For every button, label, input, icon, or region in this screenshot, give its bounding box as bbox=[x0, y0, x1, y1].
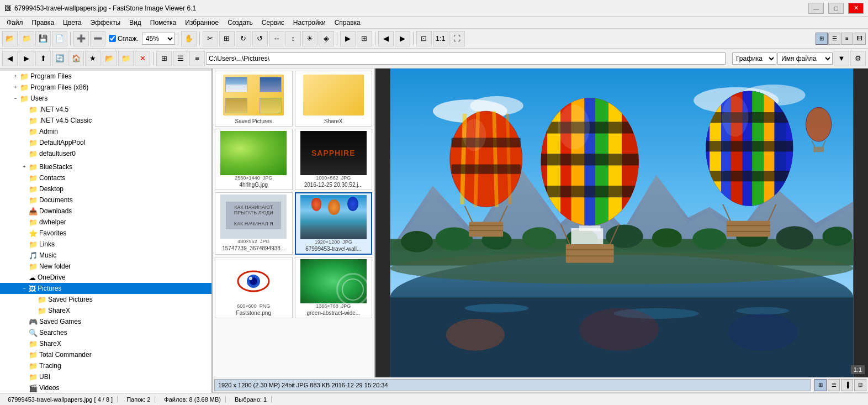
tree-item-new-folder[interactable]: 📁 New folder bbox=[0, 261, 211, 272]
tree-item-tracing[interactable]: 📁 Tracing bbox=[0, 360, 211, 371]
tree-item-dwhelper[interactable]: 📁 dwhelper bbox=[0, 217, 211, 228]
tree-item-program-files[interactable]: + 📁 Program Files bbox=[0, 71, 211, 82]
list-btn[interactable]: ☰ bbox=[173, 51, 188, 66]
tree-item-favorites[interactable]: ⭐ Favorites bbox=[0, 228, 211, 239]
smooth-checkbox-container[interactable]: Сглаж. bbox=[109, 35, 139, 43]
list-view-button[interactable]: ☰ bbox=[828, 33, 840, 45]
tree-item-links[interactable]: 📁 Links bbox=[0, 239, 211, 250]
flip-v[interactable]: ↕ bbox=[285, 31, 301, 46]
zoom-in-button[interactable]: ➕ bbox=[73, 31, 89, 46]
tree-item-pictures[interactable]: − 🖼 Pictures bbox=[0, 283, 211, 294]
tree-item-bluestacks[interactable]: + 📁 BlueStacks bbox=[0, 161, 211, 172]
zoom-out-button[interactable]: ➖ bbox=[90, 31, 105, 46]
thumb-15747739[interactable]: КАК НАЧИНАЮТ ПРЫГАТЬ ЛЮДИКАК НАЧИНАЛ Я 4… bbox=[215, 192, 293, 255]
zoom-fit[interactable]: ⊡ bbox=[416, 31, 432, 46]
save-as-button[interactable]: 📄 bbox=[52, 31, 67, 46]
new-folder[interactable]: 📁 bbox=[118, 51, 134, 66]
expand-pictures[interactable]: − bbox=[20, 286, 29, 291]
thumb-green-abstract[interactable]: 1366×768 JPG green-abstract-wide... bbox=[295, 257, 373, 318]
flip-h[interactable]: ↔ bbox=[269, 31, 284, 46]
minimize-button[interactable]: — bbox=[808, 3, 824, 14]
view-btn-3[interactable]: ▐ bbox=[841, 379, 853, 391]
maximize-button[interactable]: □ bbox=[828, 3, 844, 14]
tree-item-ubi[interactable]: 📁 UBI bbox=[0, 371, 211, 382]
tree-item-sharex-sub[interactable]: 📁 ShareX bbox=[0, 305, 211, 316]
menu-help[interactable]: Справка bbox=[330, 18, 365, 28]
browse-button[interactable]: 📁 bbox=[19, 31, 34, 46]
tree-item-contacts[interactable]: 📁 Contacts bbox=[0, 172, 211, 183]
tree-item-program-files-x86[interactable]: + 📁 Program Files (x86) bbox=[0, 82, 211, 93]
delete-button[interactable]: ✕ bbox=[135, 51, 150, 66]
path-settings-button[interactable]: ⚙ bbox=[850, 51, 866, 66]
menu-file[interactable]: Файл bbox=[2, 18, 28, 28]
crop-button[interactable]: ✂ bbox=[203, 31, 218, 46]
thumb-faststone[interactable]: 600×600 PNG Faststone.png bbox=[215, 257, 293, 318]
sort-select[interactable]: Имя файла bbox=[777, 52, 833, 65]
rotate-cw[interactable]: ↻ bbox=[236, 31, 251, 46]
tree-item-desktop[interactable]: 📁 Desktop bbox=[0, 183, 211, 194]
grid-view[interactable]: ⊞ bbox=[156, 51, 172, 66]
brightness[interactable]: ☀ bbox=[302, 31, 317, 46]
menu-tools[interactable]: Сервис bbox=[257, 18, 289, 28]
hand-tool[interactable]: ✋ bbox=[181, 31, 197, 46]
menu-edit[interactable]: Правка bbox=[28, 18, 59, 28]
menu-favorites[interactable]: Избранное bbox=[181, 18, 223, 28]
sharpen[interactable]: ◈ bbox=[319, 31, 334, 46]
view-btn-1[interactable]: ⊞ bbox=[814, 379, 827, 391]
open-folder[interactable]: 📂 bbox=[102, 51, 117, 66]
tree-item-music[interactable]: 🎵 Music bbox=[0, 250, 211, 261]
menu-view[interactable]: Вид bbox=[125, 18, 146, 28]
expand-bluestacks[interactable]: + bbox=[20, 164, 29, 170]
tree-item-videos[interactable]: 🎬 Videos bbox=[0, 382, 211, 393]
compare[interactable]: ⊞ bbox=[357, 31, 372, 46]
tree-item-sharex[interactable]: 📁 ShareX bbox=[0, 338, 211, 349]
prev-button[interactable]: ◀ bbox=[378, 31, 394, 46]
thumb-sharex[interactable]: ShareX bbox=[295, 71, 373, 127]
tree-item-total-commander[interactable]: 📁 Total Commander bbox=[0, 349, 211, 360]
tree-item-downloads[interactable]: 📥 Downloads bbox=[0, 206, 211, 217]
tree-item-searches[interactable]: 🔍 Searches bbox=[0, 327, 211, 338]
add-bookmark[interactable]: ★ bbox=[85, 51, 100, 66]
thumbs-view-button[interactable]: ⊞ bbox=[816, 33, 828, 45]
view-btn-4[interactable]: ⊟ bbox=[854, 379, 866, 391]
next-button[interactable]: ▶ bbox=[395, 31, 410, 46]
smooth-checkbox[interactable] bbox=[109, 35, 116, 42]
expand-users[interactable]: − bbox=[11, 96, 20, 101]
slide-show[interactable]: ▶ bbox=[340, 31, 356, 46]
expand-program-files[interactable]: + bbox=[11, 73, 20, 79]
refresh-button[interactable]: 🔄 bbox=[52, 51, 67, 66]
resize-button[interactable]: ⊞ bbox=[219, 31, 235, 46]
tree-item-users[interactable]: − 📁 Users bbox=[0, 93, 211, 104]
tree-item-onedrive[interactable]: ☁ OneDrive bbox=[0, 272, 211, 283]
tree-item-saved-pictures[interactable]: 📁 Saved Pictures bbox=[0, 294, 211, 305]
expand-program-files-x86[interactable]: + bbox=[11, 85, 20, 90]
menu-settings[interactable]: Настройки bbox=[289, 18, 330, 28]
tree-item-dotnet45[interactable]: 📁 .NET v4.5 bbox=[0, 104, 211, 115]
forward-button[interactable]: ▶ bbox=[19, 51, 34, 66]
path-history-button[interactable]: ▼ bbox=[834, 51, 849, 66]
tree-item-documents[interactable]: 📁 Documents bbox=[0, 194, 211, 206]
tree-item-saved-games[interactable]: 🎮 Saved Games bbox=[0, 316, 211, 327]
menu-create[interactable]: Создать bbox=[223, 18, 257, 28]
save-button[interactable]: 💾 bbox=[35, 31, 51, 46]
tree-item-admin[interactable]: 📁 Admin bbox=[0, 126, 211, 137]
up-button[interactable]: ⬆ bbox=[35, 51, 51, 66]
open-button[interactable]: 📂 bbox=[2, 31, 18, 46]
tree-item-defaultapppool[interactable]: 📁 DefaultAppPool bbox=[0, 137, 211, 148]
details-btn[interactable]: ≡ bbox=[189, 51, 205, 66]
detail-view-button[interactable]: ≡ bbox=[841, 33, 853, 45]
thumb-screenshot[interactable]: SAPPHIRE 1000×562 JPG 2016-12-25 20.30.5… bbox=[295, 129, 373, 190]
zoom-select[interactable]: 45% bbox=[142, 33, 175, 45]
tree-item-dotnet45classic[interactable]: 📁 .NET v4.5 Classic bbox=[0, 115, 211, 126]
thumb-saved-pictures[interactable]: Saved Pictures bbox=[215, 71, 293, 127]
menu-effects[interactable]: Эффекты bbox=[86, 18, 125, 28]
fullscreen[interactable]: ⛶ bbox=[449, 31, 465, 46]
thumb-67999453[interactable]: 1920×1200 JPG 67999453-travel-wall... bbox=[295, 192, 373, 255]
tree-item-defaultuser0[interactable]: 📁 defaultuser0 bbox=[0, 148, 211, 159]
zoom-actual[interactable]: 1:1 bbox=[433, 31, 448, 46]
thumb-4hrlhgg[interactable]: 2560×1440 JPG 4hrlhgG.jpg bbox=[215, 129, 293, 190]
close-button[interactable]: ✕ bbox=[848, 3, 864, 14]
rotate-ccw[interactable]: ↺ bbox=[252, 31, 268, 46]
view-btn-2[interactable]: ☰ bbox=[828, 379, 840, 391]
home-button[interactable]: 🏠 bbox=[68, 51, 84, 66]
